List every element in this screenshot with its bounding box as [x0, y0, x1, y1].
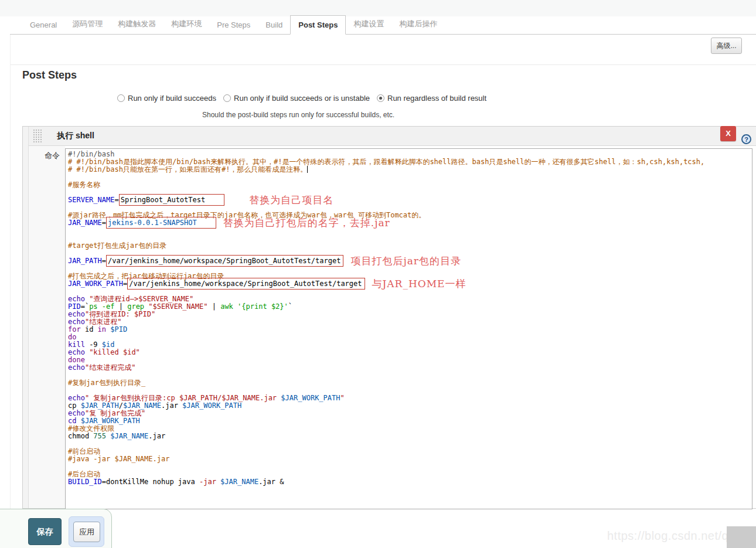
step-title: 执行 shell — [57, 131, 94, 141]
code-line — [68, 463, 752, 471]
code-token: = — [102, 219, 106, 227]
code-token: echo — [68, 318, 85, 326]
tab-构建环境[interactable]: 构建环境 — [164, 14, 209, 34]
red-annotation: 项目打包后jar包的目录 — [350, 255, 461, 267]
code-token: "复 制jar包完成" — [85, 409, 145, 417]
tab-构建设置[interactable]: 构建设置 — [346, 14, 391, 34]
shell-command-editor[interactable]: #!/bin/bash# #!/bin/bash是指此脚本使用/bin/bash… — [65, 148, 752, 509]
code-line: echo"结束进程" — [68, 318, 752, 326]
corner-gray-block — [727, 526, 756, 548]
tab-构建触发器[interactable]: 构建触发器 — [110, 14, 164, 34]
code-token: .jar — [161, 401, 182, 410]
code-token: $JAR_NAME — [220, 478, 258, 486]
code-token: $PID — [110, 325, 127, 333]
code-token: echo — [68, 394, 85, 402]
radio-button[interactable] — [377, 94, 384, 102]
code-token: chmod — [68, 432, 93, 440]
code-line: #复制jar包到执行目录_ — [68, 379, 752, 387]
code-token: #java -jar $JAR_NAME.jar — [68, 455, 169, 463]
code-token: $JAR_NAME — [123, 401, 161, 410]
step-left-strip — [23, 127, 29, 508]
tab-构建后操作[interactable]: 构建后操作 — [391, 14, 445, 34]
code-token: "结束进程完成" — [85, 363, 135, 372]
code-line: #前台启动 — [68, 448, 752, 455]
code-token: #修改文件权限 — [68, 424, 114, 433]
code-token: $JAR_WORK_PATH — [182, 401, 241, 410]
code-token: grep — [127, 302, 144, 311]
code-token: JAR_PATH — [68, 257, 102, 265]
red-annotation: 替换为自己项目名 — [249, 194, 333, 206]
code-line: echo"复 制jar包完成" — [68, 410, 752, 417]
code-token: =dontKillMe nohup java — [102, 478, 199, 486]
section-divider — [10, 64, 756, 65]
code-token: "结束进程" — [85, 318, 121, 326]
code-line: BUILD_ID=dontKillMe nohup java -jar $JAR… — [68, 478, 752, 486]
tab-post-steps[interactable]: Post Steps — [290, 15, 346, 35]
code-line — [68, 234, 752, 242]
code-token: ` — [288, 302, 292, 311]
code-token: $JAR_NAME — [110, 432, 148, 440]
code-token: #服务名称 — [68, 181, 100, 189]
tab-pre-steps[interactable]: Pre Steps — [209, 16, 258, 34]
code-token: =` — [81, 302, 89, 311]
code-token: "查询进程id—>$SERVER_NAME" — [89, 295, 193, 303]
code-token: cd — [68, 417, 76, 425]
radio-button[interactable] — [223, 94, 231, 102]
command-label-column: 命令 — [29, 146, 65, 508]
code-token: = — [114, 196, 118, 204]
advanced-button[interactable]: 高级... — [711, 38, 742, 54]
code-token: kill — [68, 341, 85, 349]
tab-general[interactable]: General — [22, 16, 64, 34]
code-token: / — [119, 401, 123, 410]
tab-源码管理[interactable]: 源码管理 — [64, 14, 110, 34]
code-token: "$SERVER_NAME" — [148, 302, 207, 311]
code-token: $id — [102, 341, 115, 349]
save-button[interactable]: 保存 — [28, 518, 62, 545]
post-steps-radio-group: Run only if build succeedsRun only if bu… — [117, 94, 486, 103]
code-token: id — [81, 325, 98, 333]
code-token: 755 — [93, 432, 106, 440]
code-token: ps -ef — [89, 302, 114, 311]
code-token: echo — [68, 348, 85, 356]
code-token: " — [340, 394, 344, 402]
code-token: for — [68, 325, 81, 333]
code-token: #target打包生成jar包的目录 — [68, 241, 166, 250]
radio-option-0[interactable]: Run only if build succeeds — [117, 94, 216, 103]
code-token: #后台启动 — [68, 470, 100, 478]
drag-handle-icon[interactable] — [33, 129, 42, 143]
code-token: $JAR_WORK_PATH — [81, 417, 140, 425]
code-token: BUILD_ID — [68, 478, 102, 486]
radio-option-2[interactable]: Run regardless of build result — [377, 94, 486, 103]
code-token: echo — [68, 409, 85, 417]
tab-build[interactable]: Build — [258, 16, 290, 34]
shell-build-step-panel: 执行 shell X ? 命令 #!/bin/bash# #!/bin/bash… — [22, 126, 756, 509]
code-token: | — [115, 302, 128, 311]
code-token: # #!/bin/bash是指此脚本使用/bin/bash来解释执行。其中，#!… — [68, 158, 704, 166]
radio-label: Run only if build succeeds — [128, 94, 216, 103]
code-line: kill -9 $id — [68, 341, 752, 349]
red-annotation: 与JAR_HOME一样 — [372, 278, 466, 290]
page-title: Post Steps — [22, 69, 77, 81]
delete-step-button[interactable]: X — [720, 126, 736, 141]
red-boxed-value: /var/jenkins_home/workspace/SpringBoot_A… — [127, 278, 365, 290]
code-line: # #!/bin/bash只能放在第一行，如果后面还有#!，那么只能看成是注释。 — [68, 166, 752, 173]
code-token: echo — [68, 295, 85, 303]
code-line — [68, 173, 752, 181]
radio-button[interactable] — [117, 94, 125, 102]
step-header: 执行 shell — [29, 127, 756, 146]
code-line: done — [68, 356, 752, 364]
left-border — [10, 35, 11, 548]
code-token: cp — [68, 401, 81, 410]
code-token: echo — [68, 310, 85, 318]
radio-option-1[interactable]: Run only if build succeeds or is unstabl… — [223, 94, 370, 103]
code-line: #target打包生成jar包的目录 — [68, 242, 752, 250]
config-tabbar: General源码管理构建触发器构建环境Pre StepsBuildPost S… — [10, 16, 756, 35]
code-line: #修改文件权限 — [68, 425, 752, 433]
help-question-icon[interactable]: ? — [741, 134, 751, 144]
code-token: = — [102, 257, 106, 265]
apply-button[interactable]: 应用 — [73, 522, 100, 542]
code-line: do — [68, 333, 752, 341]
code-token — [233, 302, 237, 311]
code-token: echo — [68, 363, 85, 372]
code-token: in — [98, 325, 106, 333]
